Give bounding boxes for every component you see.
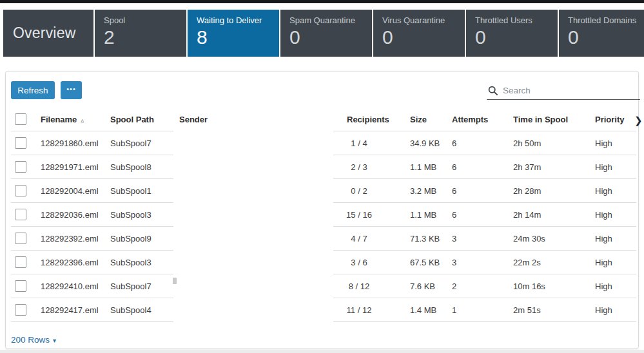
column-header-attempts[interactable]: Attempts <box>452 110 488 131</box>
table-row[interactable]: 128292392.eml SubSpool9 4 / 7 71.3 KB 3 … <box>6 227 639 251</box>
row-checkbox[interactable] <box>15 161 26 173</box>
cell-filename: 128292417.eml <box>41 298 99 322</box>
cell-priority: High <box>595 203 612 227</box>
tab-item[interactable]: Throttled Domains 0 <box>559 10 644 57</box>
cell-priority: High <box>595 155 612 179</box>
content-card: Refresh ••• Filename▵ Spool Path Sender … <box>5 71 639 349</box>
tab-count-badge: 8 <box>197 26 279 49</box>
select-all-checkbox[interactable] <box>15 113 26 125</box>
column-header-recipients[interactable]: Recipients <box>347 110 389 131</box>
cell-recipients: 3 / 6 <box>323 251 395 274</box>
tab-item[interactable]: Spam Quarantine 0 <box>280 10 372 57</box>
search-box <box>487 83 640 100</box>
column-header-spool-path[interactable]: Spool Path <box>110 110 154 131</box>
tab-label: Throttled Domains <box>568 15 644 26</box>
cell-recipients: 8 / 12 <box>323 274 395 298</box>
cell-recipients: 11 / 12 <box>323 298 395 322</box>
cell-spool-path: SubSpool8 <box>110 155 151 179</box>
search-input[interactable] <box>503 86 640 97</box>
cell-time-in-spool: 22m 2s <box>513 251 541 274</box>
tab-item[interactable]: Spool 2 <box>95 10 186 57</box>
tab-item[interactable]: Throttled Users 0 <box>466 10 558 57</box>
tab-count-badge: 0 <box>289 26 372 49</box>
table-row[interactable]: 128292036.eml SubSpool3 15 / 16 1.1 MB 6… <box>6 203 639 227</box>
cell-priority: High <box>595 179 612 203</box>
column-header-time-in-spool[interactable]: Time in Spool <box>513 110 568 131</box>
row-divider <box>333 321 636 322</box>
column-header-priority[interactable]: Priority <box>595 110 625 131</box>
rows-per-page-selector[interactable]: 200 Rows ▾ <box>11 332 56 347</box>
tab-label: Virus Quarantine <box>382 15 465 26</box>
column-header-size[interactable]: Size <box>410 110 427 131</box>
tab-label: Throttled Users <box>475 15 558 26</box>
table-row[interactable]: 128291971.eml SubSpool8 2 / 3 1.1 MB 6 2… <box>6 155 639 179</box>
tab-overview[interactable]: Overview <box>3 10 93 57</box>
mini-scrollbar-thumb[interactable] <box>173 278 177 284</box>
cell-size: 1.1 MB <box>410 155 436 179</box>
tab-item[interactable]: Waiting to Deliver 8 <box>188 10 279 57</box>
table-row[interactable]: 128292004.eml SubSpool1 0 / 2 3.2 MB 6 2… <box>6 179 639 203</box>
row-checkbox[interactable] <box>15 304 26 316</box>
cell-priority: High <box>595 251 612 274</box>
cell-recipients: 0 / 2 <box>323 179 395 203</box>
column-header-filename[interactable]: Filename▵ <box>41 110 84 131</box>
cell-attempts: 6 <box>452 155 456 179</box>
cell-attempts: 2 <box>452 274 456 298</box>
cell-size: 34.9 KB <box>410 131 440 155</box>
cell-filename: 128292392.eml <box>41 227 99 251</box>
table-body: 128291860.eml SubSpool7 1 / 4 34.9 KB 6 … <box>6 131 639 322</box>
table-row[interactable]: 128292417.eml SubSpool4 11 / 12 1.4 MB 1… <box>6 298 639 322</box>
cell-size: 67.5 KB <box>410 251 440 274</box>
cell-spool-path: SubSpool7 <box>110 131 151 155</box>
cell-time-in-spool: 2h 50m <box>513 131 541 155</box>
cell-attempts: 3 <box>452 227 456 251</box>
cell-filename: 128292004.eml <box>41 179 99 203</box>
scroll-columns-right-chevron-icon[interactable]: ❯ <box>634 110 643 131</box>
cell-attempts: 1 <box>452 298 456 322</box>
cell-recipients: 4 / 7 <box>323 227 395 251</box>
tab-count-badge: 0 <box>568 26 644 49</box>
cell-attempts: 6 <box>452 131 456 155</box>
cell-spool-path: SubSpool3 <box>110 251 151 274</box>
cell-priority: High <box>595 298 612 322</box>
cell-time-in-spool: 10m 16s <box>513 274 545 298</box>
cell-spool-path: SubSpool1 <box>110 179 151 203</box>
cell-time-in-spool: 2m 51s <box>513 298 541 322</box>
cell-filename: 128291860.eml <box>41 131 99 155</box>
row-checkbox[interactable] <box>15 209 26 220</box>
cell-time-in-spool: 2h 37m <box>513 155 541 179</box>
table-header: Filename▵ Spool Path Sender Recipients S… <box>6 110 639 131</box>
cell-time-in-spool: 24m 30s <box>513 227 545 251</box>
table-row[interactable]: 128291860.eml SubSpool7 1 / 4 34.9 KB 6 … <box>6 131 639 155</box>
dropdown-arrow-icon: ▾ <box>53 336 56 344</box>
cell-size: 3.2 MB <box>410 179 436 203</box>
row-divider <box>11 321 173 322</box>
column-header-sender[interactable]: Sender <box>179 110 208 131</box>
page-bottom-strip <box>0 350 644 353</box>
cell-spool-path: SubSpool7 <box>110 274 151 298</box>
tab-item[interactable]: Virus Quarantine 0 <box>373 10 465 57</box>
cell-size: 71.3 KB <box>410 227 440 251</box>
row-checkbox[interactable] <box>15 233 26 244</box>
tab-strip: Overview Spool 2 Waiting to Deliver 8 Sp… <box>3 10 644 57</box>
row-checkbox[interactable] <box>15 280 26 292</box>
cell-recipients: 15 / 16 <box>323 203 395 227</box>
cell-filename: 128292410.eml <box>41 274 99 298</box>
cell-priority: High <box>595 227 612 251</box>
cell-recipients: 1 / 4 <box>323 131 395 155</box>
table-row[interactable]: 128292396.eml SubSpool3 3 / 6 67.5 KB 3 … <box>6 251 639 274</box>
refresh-button[interactable]: Refresh <box>11 81 55 99</box>
tab-count-badge: 0 <box>382 26 465 49</box>
cell-spool-path: SubSpool9 <box>110 227 151 251</box>
cell-filename: 128291971.eml <box>41 155 99 179</box>
more-actions-button[interactable]: ••• <box>61 81 82 99</box>
cell-filename: 128292036.eml <box>41 203 99 227</box>
cell-priority: High <box>595 131 612 155</box>
row-checkbox[interactable] <box>15 137 26 149</box>
cell-attempts: 6 <box>452 179 456 203</box>
table-row[interactable]: 128292410.eml SubSpool7 8 / 12 7.6 KB 2 … <box>6 274 639 298</box>
row-checkbox[interactable] <box>15 256 26 268</box>
cell-size: 7.6 KB <box>410 274 435 298</box>
row-checkbox[interactable] <box>15 185 26 196</box>
search-icon <box>488 86 498 95</box>
